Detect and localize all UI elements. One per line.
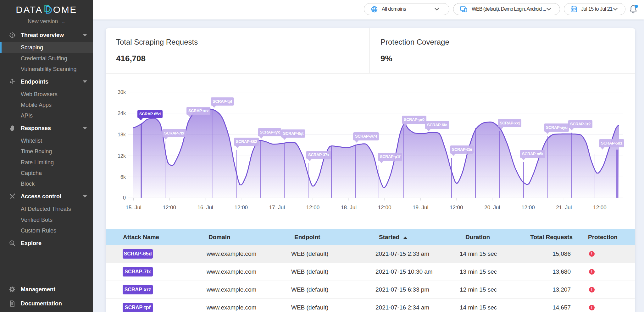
svg-text:18. Jul: 18. Jul <box>341 205 357 211</box>
svg-text:12:00: 12:00 <box>306 205 320 211</box>
svg-text:12:00: 12:00 <box>593 205 607 211</box>
svg-text:12:00: 12:00 <box>163 205 176 211</box>
svg-text:20. Jul: 20. Jul <box>484 205 500 211</box>
svg-text:30k: 30k <box>118 90 126 95</box>
svg-text:12:00: 12:00 <box>521 205 535 211</box>
svg-text:24k: 24k <box>118 111 126 116</box>
svg-text:21. Jul: 21. Jul <box>556 205 572 211</box>
svg-text:12:00: 12:00 <box>450 205 463 211</box>
svg-text:6k: 6k <box>120 174 126 180</box>
svg-text:12:00: 12:00 <box>378 205 391 211</box>
svg-text:17. Jul: 17. Jul <box>269 205 285 211</box>
svg-text:18k: 18k <box>118 132 126 137</box>
svg-text:12k: 12k <box>118 153 126 159</box>
svg-text:12:00: 12:00 <box>235 205 248 211</box>
svg-text:15. Jul: 15. Jul <box>126 205 142 211</box>
svg-text:0: 0 <box>123 195 126 200</box>
svg-text:16. Jul: 16. Jul <box>197 205 213 211</box>
svg-text:19. Jul: 19. Jul <box>413 205 428 211</box>
